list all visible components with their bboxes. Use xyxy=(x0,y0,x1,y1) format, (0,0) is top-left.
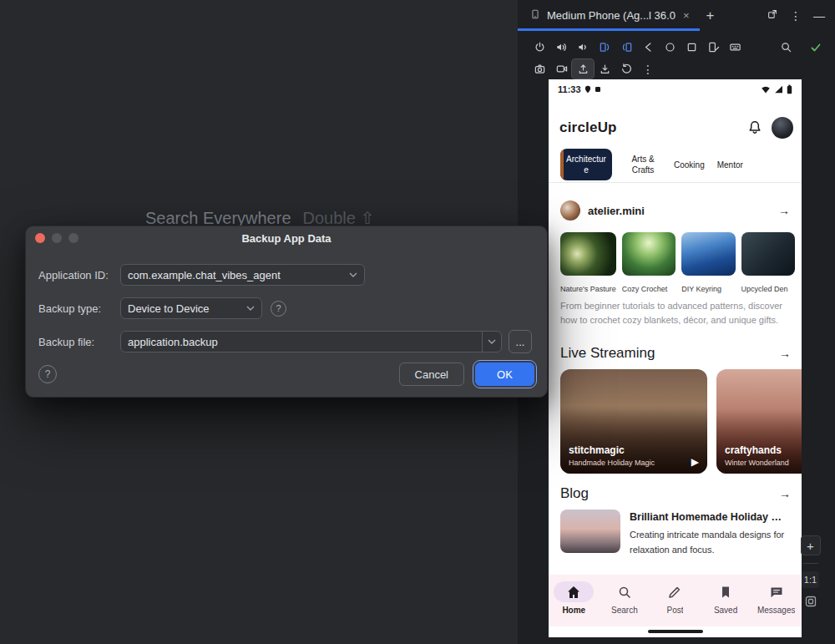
hide-panel-icon[interactable]: — xyxy=(813,9,825,23)
blog-arrow-icon[interactable]: → xyxy=(779,487,791,500)
blog-post-excerpt: Creating intricate mandala designs for r… xyxy=(630,528,795,557)
home-button[interactable] xyxy=(659,38,681,57)
bottom-navigation: Home Search Post Saved Messages xyxy=(549,575,802,626)
gallery-card[interactable]: Nature's Pasture xyxy=(560,232,616,293)
gallery-card[interactable]: DIY Keyring xyxy=(681,232,735,293)
new-tab-button[interactable]: + xyxy=(706,8,715,24)
push-file-button[interactable] xyxy=(572,59,594,79)
gallery-card[interactable]: Cozy Crochet xyxy=(622,232,676,293)
snapshots-button[interactable] xyxy=(615,59,637,79)
toolbar-row-2: ⋮ xyxy=(529,58,828,79)
back-button[interactable] xyxy=(637,38,659,57)
chat-icon xyxy=(768,584,785,601)
ok-button[interactable]: OK xyxy=(475,363,534,386)
backup-type-select[interactable]: Device to Device xyxy=(120,297,262,319)
application-id-select[interactable]: com.example.chat_vibes_agent xyxy=(120,264,365,286)
unfold-device-button[interactable] xyxy=(615,38,637,57)
ide-window: Search EverywhereDouble ⇧ Medium Phone (… xyxy=(0,0,835,644)
fit-to-window-button[interactable] xyxy=(804,595,817,608)
search-button[interactable] xyxy=(775,38,797,57)
live-streaming-arrow-icon[interactable]: → xyxy=(779,347,791,360)
blog-header: Blog → xyxy=(560,485,791,502)
panel-options-icon[interactable]: ⋮ xyxy=(790,9,802,23)
status-time: 11:33 xyxy=(558,84,581,94)
keyboard-input-button[interactable] xyxy=(724,38,746,57)
screenshot-button[interactable] xyxy=(529,59,550,79)
zoom-in-button[interactable]: + xyxy=(801,535,821,555)
backup-type-help-icon[interactable]: ? xyxy=(271,301,286,317)
dialog-help-button[interactable]: ? xyxy=(38,365,57,383)
application-id-label: Application ID: xyxy=(38,269,120,281)
app-bar: circleUp xyxy=(559,114,793,141)
notification-square-icon xyxy=(595,86,601,93)
nav-item-post[interactable]: Post xyxy=(650,575,701,626)
emulator-tab[interactable]: Medium Phone (Ag...l 36.0 × xyxy=(518,0,700,31)
live-streaming-header: Live Streaming → xyxy=(560,345,791,362)
status-bar: 11:33 xyxy=(549,79,802,99)
blog-post-title: Brilliant Homemade Holiday … xyxy=(630,511,795,523)
open-in-window-icon[interactable] xyxy=(767,8,778,23)
live-card[interactable]: craftyhands Winter Wonderland xyxy=(716,369,802,474)
live-card-name: craftyhands xyxy=(725,444,782,456)
browse-file-button[interactable]: ... xyxy=(509,330,532,353)
gallery-card[interactable]: Upcycled Den xyxy=(741,232,795,293)
overview-button[interactable] xyxy=(681,38,702,57)
volume-up-button[interactable] xyxy=(550,38,572,57)
power-button[interactable] xyxy=(529,38,550,57)
location-icon xyxy=(584,85,591,94)
gallery-image[interactable] xyxy=(681,232,735,276)
profile-avatar[interactable] xyxy=(772,117,793,139)
creator-arrow-icon[interactable]: → xyxy=(778,204,790,217)
chevron-down-icon xyxy=(240,306,255,311)
creator-name: atelier.mini xyxy=(588,205,645,217)
tab-cooking[interactable]: Cooking xyxy=(674,160,705,170)
live-card[interactable]: stitchmagic Handmade Holiday Magic ▶ xyxy=(560,369,707,474)
blog-post-item[interactable]: Brilliant Homemade Holiday … Creating in… xyxy=(560,510,795,557)
nav-item-search[interactable]: Search xyxy=(600,575,650,626)
emulator-tab-title: Medium Phone (Ag...l 36.0 xyxy=(547,9,676,22)
nav-item-saved[interactable]: Saved xyxy=(701,575,752,626)
backup-type-label: Backup type: xyxy=(38,302,120,315)
screen-record-button[interactable] xyxy=(550,59,572,79)
backup-app-data-dialog: Backup App Data Application ID: com.exam… xyxy=(25,226,548,398)
nav-item-home[interactable]: Home xyxy=(549,575,600,626)
gesture-handle[interactable] xyxy=(648,630,703,633)
chevron-down-icon xyxy=(342,272,357,277)
cancel-button[interactable]: Cancel xyxy=(399,363,464,386)
nav-item-messages[interactable]: Messages xyxy=(751,575,802,626)
dialog-title: Backup App Data xyxy=(26,232,547,245)
pencil-icon xyxy=(666,584,683,601)
signal-icon xyxy=(774,85,783,94)
notifications-bell-icon[interactable] xyxy=(746,119,763,136)
home-icon xyxy=(565,584,582,601)
dialog-footer: ? Cancel OK xyxy=(38,363,534,386)
tab-mentor[interactable]: Mentor xyxy=(717,160,743,170)
live-card-subtitle: Handmade Holiday Magic xyxy=(569,459,655,467)
close-tab-icon[interactable]: × xyxy=(681,9,691,22)
blog-thumbnail[interactable] xyxy=(560,510,620,553)
backup-file-value: application.backup xyxy=(128,336,218,348)
creator-avatar[interactable] xyxy=(560,200,580,221)
creator-row[interactable]: atelier.mini → xyxy=(560,199,790,222)
device-pose-button[interactable] xyxy=(702,38,724,57)
live-card-subtitle: Winter Wonderland xyxy=(725,459,789,467)
chevron-down-icon[interactable] xyxy=(482,332,501,352)
gallery-image[interactable] xyxy=(560,232,616,276)
gallery-row: Nature's Pasture Cozy Crochet DIY Keyrin… xyxy=(560,232,795,293)
emulator-screen: 11:33 circleUp Architec xyxy=(549,79,802,637)
fold-device-button[interactable] xyxy=(594,38,615,57)
zoom-controls: + 1:1 xyxy=(800,535,821,608)
zoom-ratio-button[interactable]: 1:1 xyxy=(802,571,819,588)
tabs-divider xyxy=(549,182,802,183)
backup-file-combobox[interactable]: application.backup xyxy=(120,331,502,352)
gallery-image[interactable] xyxy=(741,232,795,276)
tab-architecture[interactable]: Architecture xyxy=(560,149,612,180)
backup-type-value: Device to Device xyxy=(128,302,210,315)
play-icon[interactable]: ▶ xyxy=(691,456,699,468)
blog-title-heading: Blog xyxy=(560,485,589,502)
gallery-image[interactable] xyxy=(622,232,676,276)
pull-file-button[interactable] xyxy=(594,59,615,79)
volume-down-button[interactable] xyxy=(572,38,594,57)
tab-arts-crafts[interactable]: Arts & Crafts xyxy=(625,154,661,175)
more-options-button[interactable]: ⋮ xyxy=(637,59,659,79)
